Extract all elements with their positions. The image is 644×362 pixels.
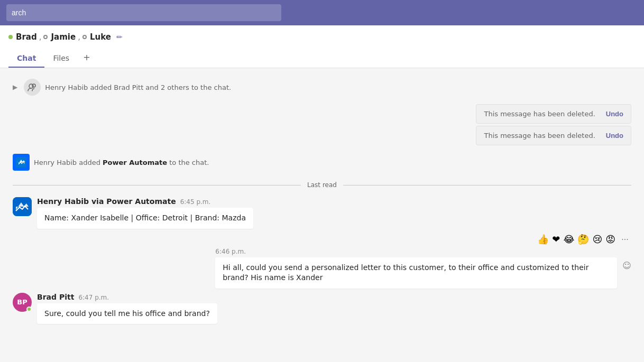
divider-line-left [13, 185, 301, 185]
top-bar [0, 0, 644, 25]
deleted-message-1: This message has been deleted. Undo [476, 104, 631, 124]
message-2-content: 6:46 p.m. Hi all, could you send a perso… [215, 248, 617, 289]
reaction-angry[interactable]: 😡 [605, 234, 615, 245]
avatar-pa [13, 197, 32, 216]
deleted-text-1: This message has been deleted. [484, 110, 595, 118]
message-bubble-2: Hi all, could you send a personalized le… [215, 257, 617, 289]
power-automate-icon [13, 154, 30, 171]
last-read-label: Last read [307, 181, 337, 189]
expand-icon[interactable]: ▶ [13, 83, 17, 91]
participant-jamie: Jamie [51, 32, 76, 42]
reaction-laugh[interactable]: 😂 [563, 234, 574, 245]
message-meta-3: Brad Pitt 6:47 p.m. [37, 293, 631, 301]
deleted-messages: This message has been deleted. Undo This… [13, 104, 631, 145]
system-message-2: Henry Habib added Power Automate to the … [13, 152, 631, 173]
reaction-heart[interactable]: ❤️ [552, 234, 560, 245]
message-bubble-1: Name: Xander Isabelle | Office: Detroit … [37, 208, 253, 229]
divider-line-right [343, 185, 631, 185]
tab-bar: Chat Files + [8, 49, 636, 68]
message-time-1: 6:45 p.m. [180, 198, 211, 206]
message-row-3: BP Brad Pitt 6:47 p.m. Sure, could you t… [13, 293, 631, 324]
undo-button-1[interactable]: Undo [606, 110, 623, 118]
system-message-2-text: Henry Habib added Power Automate to the … [34, 159, 209, 166]
system-message-1-text: Henry Habib added Brad Pitt and 2 others… [45, 83, 231, 91]
luke-status-dot [82, 35, 87, 39]
search-input[interactable] [6, 4, 281, 21]
undo-button-2[interactable]: Undo [606, 132, 623, 140]
sender-name-3: Brad Pitt [37, 293, 74, 301]
deleted-message-2: This message has been deleted. Undo [476, 126, 631, 145]
message-row-1: Henry Habib via Power Automate 6:45 p.m.… [13, 197, 631, 229]
participants-bar: Brad , Jamie , Luke ✏️ [8, 25, 636, 49]
message-bubble-3: Sure, could you tell me his office and b… [37, 303, 217, 324]
tab-chat[interactable]: Chat [8, 50, 44, 68]
reaction-thumbsup[interactable]: 👍 [537, 234, 549, 245]
message-content-1: Henry Habib via Power Automate 6:45 p.m.… [37, 197, 631, 229]
tab-files[interactable]: Files [44, 50, 78, 68]
svg-point-1 [32, 84, 35, 87]
edit-participants-icon[interactable]: ✏️ [116, 33, 123, 41]
participants: Brad , Jamie , Luke [8, 32, 111, 42]
sender-name-1: Henry Habib via Power Automate [37, 197, 176, 206]
message-2-inner: 6:46 p.m. Hi all, could you send a perso… [215, 248, 631, 289]
message-meta-1: Henry Habib via Power Automate 6:45 p.m. [37, 197, 631, 206]
participant-luke: Luke [90, 32, 111, 42]
message-content-3: Brad Pitt 6:47 p.m. Sure, could you tell… [37, 293, 631, 324]
avatar-bp: BP [13, 293, 32, 312]
chat-area: ▶ Henry Habib added Brad Pitt and 2 othe… [0, 68, 644, 362]
reaction-bar: 👍 ❤️ 😂 🤔 😢 😡 ··· [537, 233, 631, 246]
chat-header: Brad , Jamie , Luke ✏️ Chat Files + [0, 25, 644, 68]
message-row-2: 👍 ❤️ 😂 🤔 😢 😡 ··· 6:46 p.m. Hi all, could… [13, 233, 631, 289]
message-options-icon[interactable]: ☺ [622, 261, 631, 271]
reaction-thinking[interactable]: 🤔 [577, 234, 589, 245]
deleted-text-2: This message has been deleted. [484, 132, 595, 140]
add-tab-button[interactable]: + [78, 48, 95, 68]
jamie-status-dot [43, 35, 48, 39]
brad-status-dot [8, 35, 13, 39]
participant-brad: Brad [16, 32, 37, 42]
message-time-2: 6:46 p.m. [215, 248, 246, 255]
more-reactions-button[interactable]: ··· [619, 233, 631, 246]
system-message-1: ▶ Henry Habib added Brad Pitt and 2 othe… [13, 77, 631, 98]
last-read-divider: Last read [13, 181, 631, 189]
avatar-initials-bp: BP [17, 298, 27, 306]
system-icon-group [24, 79, 41, 96]
online-status-dot [26, 307, 32, 312]
message-time-3: 6:47 p.m. [78, 294, 109, 301]
reaction-sad[interactable]: 😢 [592, 234, 602, 245]
